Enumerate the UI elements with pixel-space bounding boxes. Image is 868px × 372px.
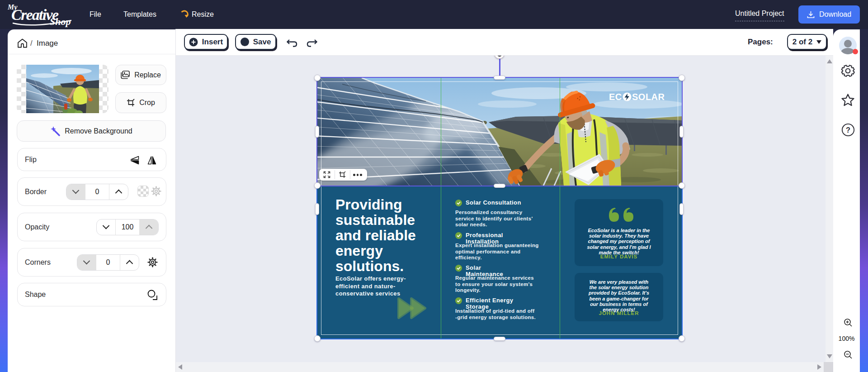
svg-text:?: ? — [846, 126, 850, 134]
